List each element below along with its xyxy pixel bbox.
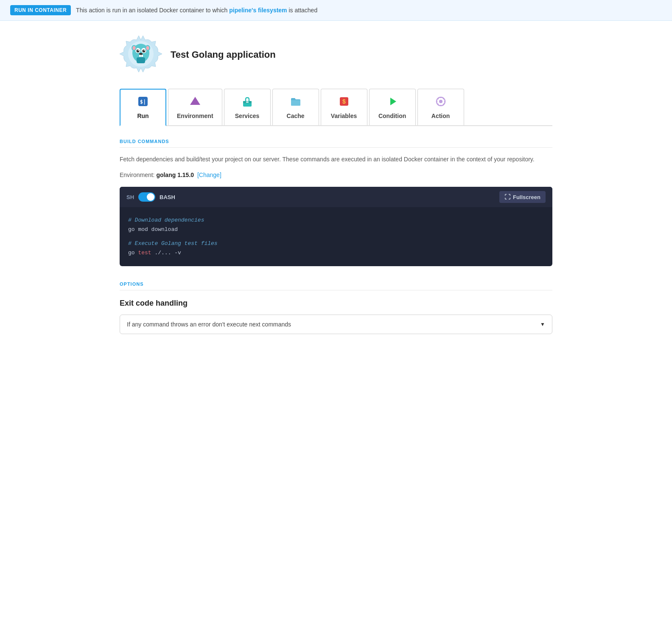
svg-marker-18 <box>190 97 200 105</box>
tab-variables[interactable]: $ Variables <box>321 89 367 125</box>
code-line-2: go mod download <box>128 225 544 234</box>
svg-point-7 <box>144 50 145 51</box>
dropdown-arrow-icon: ▼ <box>540 321 545 327</box>
tab-services-label: Services <box>235 112 260 119</box>
tab-action[interactable]: Action <box>417 89 464 125</box>
svg-point-8 <box>139 53 143 55</box>
code-line-4: go test ./... -v <box>128 248 544 258</box>
sh-label: SH <box>126 194 134 200</box>
build-commands-section: BUILD COMMANDS Fetch dependencies and bu… <box>120 139 552 266</box>
tab-cache-label: Cache <box>287 112 305 119</box>
top-banner: RUN IN CONTAINER This action is run in a… <box>0 0 672 21</box>
tab-action-label: Action <box>431 112 450 119</box>
svg-text:$: $ <box>342 98 346 105</box>
run-tab-icon: $| <box>137 96 149 109</box>
action-tab-icon <box>435 96 447 109</box>
svg-point-11 <box>133 46 136 50</box>
tab-variables-label: Variables <box>331 112 357 119</box>
svg-rect-14 <box>141 55 143 57</box>
exit-code-title: Exit code handling <box>120 299 552 308</box>
svg-rect-15 <box>137 57 145 63</box>
services-tab-icon <box>241 96 253 109</box>
svg-point-4 <box>137 50 140 53</box>
fullscreen-icon: ⛶ <box>504 194 510 200</box>
cache-tab-icon <box>290 96 302 109</box>
app-logo <box>120 34 162 76</box>
svg-point-6 <box>138 50 139 51</box>
exit-code-dropdown[interactable]: If any command throws an error don't exe… <box>120 315 552 334</box>
editor-left-controls: SH BASH <box>126 192 175 202</box>
build-commands-description: Fetch dependencies and build/test your p… <box>120 155 552 164</box>
tab-condition[interactable]: Condition <box>369 89 416 125</box>
code-line-1: # Download dependencies <box>128 216 544 225</box>
options-section-label: OPTIONS <box>120 281 552 290</box>
tab-run-label: Run <box>137 112 148 119</box>
svg-rect-13 <box>139 55 141 57</box>
banner-text: This action is run in an isolated Docker… <box>76 7 317 14</box>
bash-label: BASH <box>160 194 175 200</box>
svg-marker-24 <box>390 98 396 105</box>
page-title: Test Golang application <box>171 49 276 60</box>
options-section: OPTIONS Exit code handling If any comman… <box>120 281 552 334</box>
svg-point-5 <box>143 50 146 53</box>
environment-tab-icon <box>189 96 201 109</box>
exit-code-dropdown-value: If any command throws an error don't exe… <box>127 321 291 328</box>
build-commands-section-label: BUILD COMMANDS <box>120 139 552 148</box>
toggle-knob <box>147 193 154 201</box>
code-line-3: # Execute Golang test files <box>128 239 544 248</box>
code-editor: SH BASH ⛶ Fullscreen # Download dependen… <box>120 187 552 266</box>
tab-run[interactable]: $| Run <box>120 89 166 126</box>
code-body[interactable]: # Download dependencies go mod download … <box>120 207 552 266</box>
tab-cache[interactable]: Cache <box>272 89 319 125</box>
svg-rect-21 <box>246 101 249 103</box>
app-header: Test Golang application <box>120 34 552 76</box>
environment-value: golang 1.15.0 <box>156 172 194 178</box>
tabs-row: $| Run Environment <box>120 89 552 126</box>
tab-services[interactable]: Services <box>224 89 271 125</box>
sh-bash-toggle[interactable] <box>138 192 155 202</box>
tab-condition-label: Condition <box>378 112 406 119</box>
tab-environment-label: Environment <box>177 112 213 119</box>
editor-toolbar: SH BASH ⛶ Fullscreen <box>120 187 552 207</box>
change-link[interactable]: [Change] <box>197 172 221 178</box>
tab-environment[interactable]: Environment <box>168 89 222 125</box>
main-content: Test Golang application $| Run Environme… <box>103 21 569 347</box>
svg-point-26 <box>439 100 442 103</box>
condition-tab-icon <box>386 96 398 109</box>
svg-point-12 <box>146 46 149 50</box>
pipeline-filesystem-link[interactable]: pipeline's filesystem <box>229 7 287 14</box>
environment-line: Environment: golang 1.15.0 [Change] <box>120 172 552 178</box>
run-in-container-badge: RUN IN CONTAINER <box>10 5 71 15</box>
svg-text:$|: $| <box>140 99 146 105</box>
fullscreen-button[interactable]: ⛶ Fullscreen <box>499 191 546 203</box>
code-spacer <box>128 235 544 239</box>
variables-tab-icon: $ <box>338 96 350 109</box>
